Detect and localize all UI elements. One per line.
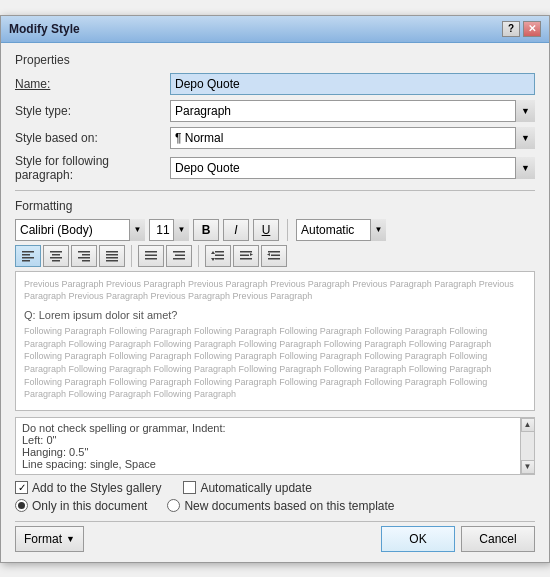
line-spacing-button[interactable] (205, 245, 231, 267)
help-button[interactable]: ? (502, 21, 520, 37)
desc-line-1: Do not check spelling or grammar, Indent… (22, 422, 512, 434)
svg-rect-33 (268, 258, 280, 260)
name-row: Name: (15, 73, 535, 95)
decrease-indent-button[interactable] (233, 245, 259, 267)
align-center-button[interactable] (43, 245, 69, 267)
align-justify-icon (105, 249, 119, 263)
style-based-select[interactable]: ¶ Normal (170, 127, 535, 149)
style-type-select[interactable]: Paragraph (170, 100, 535, 122)
format-button[interactable]: Format ▼ (15, 526, 84, 552)
svg-rect-17 (145, 254, 157, 256)
separator-1 (15, 190, 535, 191)
style-based-row: Style based on: ¶ Normal ▼ (15, 127, 535, 149)
dialog-title: Modify Style (9, 22, 80, 36)
only-this-doc-label: Only in this document (32, 499, 147, 513)
svg-rect-3 (22, 260, 30, 262)
increase-indent-button[interactable] (261, 245, 287, 267)
svg-rect-11 (82, 260, 90, 262)
svg-rect-22 (215, 251, 224, 253)
name-input[interactable] (170, 73, 535, 95)
desc-line-4: Line spacing: single, Space (22, 458, 512, 470)
preview-previous-text: Previous Paragraph Previous Paragraph Pr… (24, 278, 526, 303)
svg-rect-16 (145, 251, 157, 253)
svg-rect-32 (271, 254, 280, 256)
distributed-button[interactable] (138, 245, 164, 267)
color-select[interactable]: Automatic (296, 219, 386, 241)
style-type-label: Style type: (15, 104, 170, 118)
style-following-select[interactable]: Depo Quote (170, 157, 535, 179)
style-type-select-wrapper: Paragraph ▼ (170, 100, 535, 122)
title-bar-buttons: ? ✕ (502, 21, 541, 37)
ok-button[interactable]: OK (381, 526, 455, 552)
close-button[interactable]: ✕ (523, 21, 541, 37)
style-following-label: Style for following paragraph: (15, 154, 170, 182)
svg-rect-12 (106, 251, 118, 253)
svg-rect-1 (22, 254, 30, 256)
bold-button[interactable]: B (193, 219, 219, 241)
style-based-select-wrapper: ¶ Normal ▼ (170, 127, 535, 149)
color-select-wrapper: Automatic ▼ (296, 219, 386, 241)
svg-rect-0 (22, 251, 34, 253)
svg-rect-14 (106, 257, 118, 259)
preview-q: Q: (24, 309, 36, 321)
svg-rect-18 (145, 258, 157, 260)
style-following-row: Style for following paragraph: Depo Quot… (15, 154, 535, 182)
svg-rect-15 (106, 260, 118, 262)
dialog-body: Properties Name: Style type: Paragraph ▼… (1, 43, 549, 562)
style-type-row: Style type: Paragraph ▼ (15, 100, 535, 122)
alignment-row (15, 245, 535, 267)
preview-question: Lorem ipsum dolor sit amet? (39, 309, 178, 321)
new-docs-radio[interactable] (167, 499, 180, 512)
add-to-gallery-label: Add to the Styles gallery (32, 481, 161, 495)
title-bar: Modify Style ? ✕ (1, 16, 549, 43)
divider-v-2 (131, 245, 132, 267)
font-select[interactable]: Calibri (Body) (15, 219, 145, 241)
svg-rect-8 (78, 251, 90, 253)
modify-style-dialog: Modify Style ? ✕ Properties Name: Style … (0, 15, 550, 563)
align-left-button[interactable] (15, 245, 41, 267)
scroll-up-button[interactable]: ▲ (521, 418, 535, 432)
font-size-select[interactable]: 11 (149, 219, 189, 241)
svg-rect-23 (215, 254, 224, 256)
new-docs-label: New documents based on this template (184, 499, 394, 513)
svg-rect-29 (240, 258, 252, 260)
checkbox-row: ✓ Add to the Styles gallery Automaticall… (15, 481, 535, 495)
only-this-doc-radio[interactable] (15, 499, 28, 512)
svg-marker-25 (211, 251, 215, 254)
increase-indent-icon (267, 249, 281, 263)
desc-line-2: Left: 0" (22, 434, 512, 446)
button-row: Format ▼ OK Cancel (15, 521, 535, 552)
ok-cancel-buttons: OK Cancel (381, 526, 535, 552)
scroll-down-button[interactable]: ▼ (521, 460, 535, 474)
preview-box: Previous Paragraph Previous Paragraph Pr… (15, 271, 535, 411)
svg-rect-6 (50, 257, 62, 259)
auto-update-checkbox[interactable] (183, 481, 196, 494)
format-dropdown-arrow: ▼ (66, 534, 75, 544)
svg-rect-5 (52, 254, 60, 256)
name-label: Name: (15, 77, 170, 91)
formatting-row-1: Calibri (Body) ▼ 11 ▼ B I U Automatic ▼ (15, 219, 535, 241)
align-justify-button[interactable] (99, 245, 125, 267)
divider-v-3 (198, 245, 199, 267)
auto-update-label: Automatically update (200, 481, 311, 495)
svg-rect-21 (173, 258, 185, 260)
formatting-section-label: Formatting (15, 199, 535, 213)
align-right-button[interactable] (71, 245, 97, 267)
svg-rect-28 (240, 254, 249, 256)
properties-section-label: Properties (15, 53, 535, 67)
indent-more-button[interactable] (166, 245, 192, 267)
align-center-icon (49, 249, 63, 263)
decrease-indent-icon (239, 249, 253, 263)
align-left-icon (21, 249, 35, 263)
add-to-gallery-checkbox[interactable]: ✓ (15, 481, 28, 494)
svg-marker-30 (250, 253, 253, 256)
cancel-button[interactable]: Cancel (461, 526, 535, 552)
auto-update-wrap: Automatically update (183, 481, 311, 495)
add-to-gallery-wrap: ✓ Add to the Styles gallery (15, 481, 161, 495)
format-button-label: Format (24, 532, 62, 546)
italic-button[interactable]: I (223, 219, 249, 241)
svg-rect-9 (82, 254, 90, 256)
font-size-select-wrapper: 11 ▼ (149, 219, 189, 241)
underline-button[interactable]: U (253, 219, 279, 241)
line-spacing-icon (211, 249, 225, 263)
